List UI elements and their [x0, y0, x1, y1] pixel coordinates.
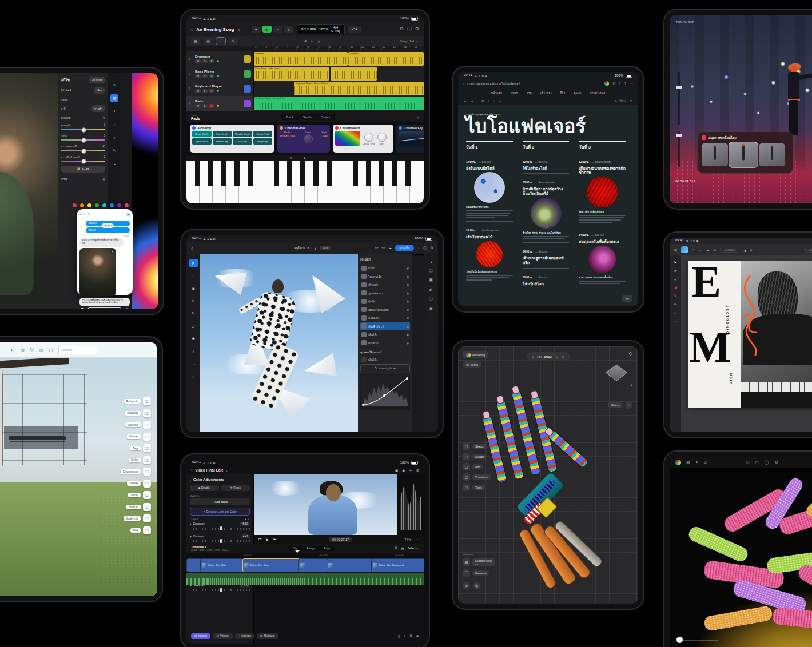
adjustment-slider[interactable]: แต้มสี0 [61, 134, 105, 141]
more-icon[interactable]: ⋯ [699, 248, 702, 252]
clip[interactable]: Skyline_Blue_Background [371, 558, 424, 572]
poster-vertical-text[interactable]: USIC [729, 373, 733, 385]
move-tool-icon[interactable]: ➤ [189, 259, 198, 267]
visibility-icon[interactable]: ◉ [407, 299, 409, 303]
affinity-canvas[interactable]: E LECTRONIC M USIC [681, 255, 812, 432]
page-thumbnails-button[interactable]: ▭ [622, 295, 632, 302]
count-in-badge[interactable]: +54 [348, 26, 361, 33]
cycle-button[interactable]: ↻ [284, 26, 293, 33]
track-row[interactable]: 1 Drummer MSR DrummerDrummer [186, 51, 424, 67]
animation-panel[interactable]: สมุดภาพเคลื่อนไหว [697, 131, 793, 174]
solo-button[interactable]: S [202, 89, 208, 93]
crop-icon[interactable]: ⌗ [110, 81, 118, 89]
visibility-icon[interactable]: ◉ [407, 325, 409, 328]
record-enable-button[interactable]: R [209, 74, 214, 78]
volume-button[interactable]: ◁)Volume [213, 633, 233, 639]
pencil-tool-icon[interactable]: ✎ [229, 38, 238, 45]
brush-tool-icon[interactable]: ✎ [189, 309, 198, 318]
layer-row[interactable]: ขาวขาว◉ [360, 339, 410, 348]
photoshop-canvas[interactable] [200, 254, 358, 432]
color-swatch[interactable] [117, 203, 121, 207]
more-icon[interactable]: ⋯ [416, 537, 419, 541]
panel-button[interactable]: Environment◻ [121, 468, 151, 476]
clip[interactable] [186, 558, 202, 572]
zoom-level[interactable]: 24% [320, 246, 331, 250]
pen-tool-icon[interactable]: ◢ [674, 285, 677, 290]
brush-opacity-slider[interactable] [678, 131, 680, 167]
timeline-ruler[interactable]: 00:00:15 00:00:30 00:00:45 [186, 553, 424, 558]
isolate-button[interactable]: ◎ [473, 582, 480, 589]
zoom-tool-icon[interactable]: ⊕ [304, 39, 307, 43]
stop-icon[interactable]: ◻ [755, 460, 759, 465]
section-view-button[interactable]: ▤Section ViewOff [463, 558, 495, 566]
prev-frame-icon[interactable]: ⏮ [258, 537, 261, 541]
crop-tool-icon[interactable]: ▭ [674, 319, 677, 324]
layers-icon[interactable]: ❏ [429, 269, 432, 273]
panel-button[interactable]: Materials◻ [125, 421, 151, 429]
inspect-button[interactable]: ⊞Inspect [191, 633, 210, 639]
message-input[interactable] [87, 307, 122, 309]
select-menu[interactable]: Select ⋯ [408, 546, 419, 550]
mixer-icon[interactable]: ⚙ [400, 26, 404, 33]
export-icon[interactable]: ↑ [430, 315, 432, 319]
settings-icon[interactable]: ⚙ [415, 26, 419, 33]
properties-item[interactable]: เส้นโค้ง [360, 356, 410, 364]
zoom-tool-icon[interactable]: ○ [189, 372, 198, 381]
plugin-channel-eq[interactable]: Channel EQ [396, 125, 424, 153]
lasso-tool-icon[interactable]: ◌ [189, 271, 198, 280]
clip-selected[interactable]: Skyline_Blue_Close [242, 558, 300, 572]
shape-tool-icon[interactable]: ▭ [189, 360, 198, 368]
history-button[interactable]: History [608, 402, 623, 408]
color-swatch[interactable] [87, 203, 91, 207]
home-icon[interactable]: ⌂ [532, 355, 534, 358]
edit-icon[interactable]: ▤ [110, 94, 118, 102]
drive-knob[interactable] [304, 134, 313, 143]
more-icon[interactable]: ⋯ [630, 81, 634, 86]
panel-button[interactable]: Soften◻ [128, 491, 151, 499]
audio-region[interactable]: Drummer [348, 52, 424, 66]
video-viewer[interactable] [254, 474, 397, 535]
settings-icon[interactable]: ⚙ [416, 468, 419, 472]
plugin-alchemy[interactable]: Alchemy Bright SynthEpic SynthMetallic S… [190, 125, 274, 153]
midi-region[interactable]: Bass Player - Indie Disco [254, 67, 329, 81]
search-icon[interactable]: ○ [618, 81, 620, 86]
stop-button[interactable]: ■ [252, 26, 261, 33]
fill-tool-icon[interactable]: ◐ [674, 311, 676, 315]
ellipse-tool-icon[interactable]: ● [674, 277, 676, 281]
send-button[interactable]: ↑ [124, 308, 130, 309]
masking-icon[interactable]: ◐ [110, 134, 118, 142]
panel-button[interactable]: Help◻ [130, 526, 151, 534]
select-tool-icon[interactable]: ⟲ [21, 348, 25, 353]
export-icon[interactable]: ↑ [417, 246, 419, 250]
cloud-icon[interactable]: ☁ [388, 246, 392, 250]
record-enable-button[interactable]: R [209, 89, 214, 93]
layer-row[interactable]: ไฮเดรนเจีย◉ [360, 273, 410, 281]
redo-icon[interactable]: ↪ [471, 99, 473, 103]
visibility-icon[interactable]: ◉ [407, 333, 409, 336]
undo-icon[interactable]: ↩ [11, 348, 15, 353]
track-row[interactable]: 2 Bass Player MSR Bass Player - Indie Di… [186, 66, 424, 82]
mute-button[interactable]: M [195, 89, 201, 93]
share-icon[interactable]: ↑ [624, 81, 627, 86]
document-title[interactable]: นฤมิตรเวลา [293, 245, 311, 251]
text-tool-icon[interactable]: T [189, 347, 198, 356]
tools-icon[interactable]: ⚒ [401, 546, 404, 550]
plugin-chromaglow[interactable]: ChromaGlow ModelModern Tube Drive StyleC… [277, 125, 330, 153]
mute-button[interactable]: M [195, 59, 201, 63]
alchemy-preset-button[interactable]: Minimal Arp [213, 138, 232, 145]
adjustment-slider[interactable]: ◑Exposure45.59 [190, 522, 250, 530]
light-section[interactable]: › แสง [61, 97, 67, 102]
keyboard-layout-icon[interactable]: ⊞ [290, 156, 292, 159]
piano-keyboard[interactable] [186, 161, 424, 203]
pencil-icon[interactable]: ✎ [615, 99, 618, 103]
keyboard-play-icon[interactable]: ▶ [304, 156, 306, 159]
midi-region-selected[interactable]: Keyboard Player - Simple Pad [254, 97, 424, 110]
track-row[interactable]: 3 Keyboard Player MSR Keyboard Player - … [186, 81, 424, 97]
alchemy-preset-button[interactable]: Epic Synth [213, 131, 232, 137]
add-attachment-button[interactable]: + [79, 308, 85, 309]
camera-icon[interactable]: ◉ [402, 468, 405, 472]
settings-icon[interactable]: ⚙ [430, 246, 433, 250]
automation-icon[interactable]: ✎ [416, 115, 419, 119]
versions-icon[interactable]: ◔ [110, 160, 118, 168]
snap-value[interactable]: 1/4 [409, 39, 414, 43]
